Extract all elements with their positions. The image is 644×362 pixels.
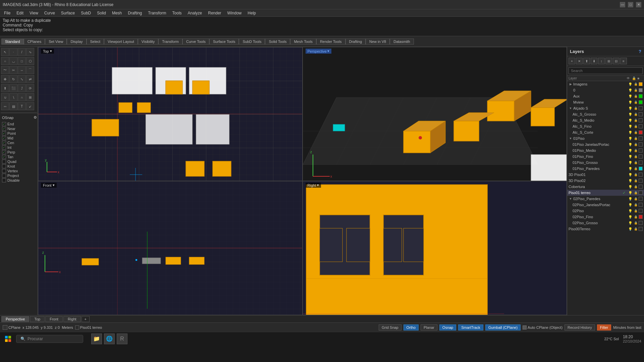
search-box[interactable]: 🔍 Procurar xyxy=(16,335,83,343)
layer-alc-s-grosso[interactable]: Alc_S_Grosso 💡 🔒 xyxy=(571,111,644,117)
layer-01piso-janelas-lock[interactable]: 🔒 xyxy=(633,142,638,147)
tab-subd-tools[interactable]: SubD Tools xyxy=(239,39,265,45)
osnap-disable[interactable]: Disable xyxy=(2,178,37,183)
tab-cplanes[interactable]: CPlanes xyxy=(24,39,45,45)
fillet-tool[interactable]: ⌒ xyxy=(26,66,34,74)
layer-01piso-icon[interactable]: ▼ xyxy=(569,136,573,140)
osnap-cen[interactable]: ✓ Cen xyxy=(2,140,37,145)
layer-02piso-lock[interactable]: 🔒 xyxy=(633,208,638,213)
osnap-knot[interactable]: Knot xyxy=(2,164,37,169)
vp-front-label[interactable]: Front ▾ xyxy=(41,183,57,188)
layer-02piso-grosso-lock[interactable]: 🔒 xyxy=(633,221,638,225)
layer-3d-piso01-vis[interactable]: 💡 xyxy=(628,172,633,177)
layer-alcado-s-color[interactable] xyxy=(639,106,643,110)
layer-imagens-color[interactable] xyxy=(639,82,643,86)
close-button[interactable]: ✕ xyxy=(636,2,641,7)
osnap-int[interactable]: ✓ Int xyxy=(2,145,37,150)
layer-piso01-terreo-color[interactable] xyxy=(639,191,643,195)
layer-more-btn[interactable]: ≡ xyxy=(620,58,627,64)
vp-perspective-label[interactable]: Perspective ▾ xyxy=(306,49,331,54)
layer-01piso-fino[interactable]: 01Piso_Fino 💡 🔒 xyxy=(571,154,644,160)
layer-alcado-s-lock[interactable]: 🔒 xyxy=(633,106,638,111)
vp-front-dropdown-icon[interactable]: ▾ xyxy=(53,183,55,187)
planar-btn[interactable]: Planar xyxy=(421,324,437,330)
layer-piso00-terreo-color[interactable] xyxy=(639,227,643,231)
layer-01piso-paredes-vis[interactable]: 💡 xyxy=(628,166,633,171)
layer-sort-btn[interactable]: ↕ xyxy=(598,58,605,64)
layer-01piso-grosso-color[interactable] xyxy=(639,161,643,165)
osnap-int-check[interactable]: ✓ xyxy=(2,145,6,149)
tab-solid-tools[interactable]: Solid Tools xyxy=(265,39,290,45)
layer-3d-piso02-lock[interactable]: 🔒 xyxy=(633,178,638,183)
layer-01piso-grosso-vis[interactable]: 💡 xyxy=(628,160,633,165)
circle-tool[interactable]: ○ xyxy=(1,57,9,65)
layer-02piso-janelas-color[interactable] xyxy=(639,203,643,207)
tab-datasmith[interactable]: Datasmith xyxy=(390,39,414,45)
osnap-near[interactable]: ✓ Near xyxy=(2,126,37,131)
layer-02piso-grosso-vis[interactable]: 💡 xyxy=(628,221,633,225)
layer-imagens[interactable]: ▶ Imagens 💡 🔒 xyxy=(567,81,644,87)
layer-0-color[interactable] xyxy=(639,88,643,92)
layer-cobertura-color[interactable] xyxy=(639,185,643,189)
layer-piso01-terreo[interactable]: Piso01 terreo ✓ 💡 🔒 xyxy=(567,190,644,196)
layer-02piso-paredes-icon[interactable]: ▼ xyxy=(569,197,573,201)
layer-alcado-s-icon[interactable]: ▼ xyxy=(569,106,573,110)
vp-tab-top[interactable]: Top xyxy=(30,316,45,322)
layer-alc-s-medio-lock[interactable]: 🔒 xyxy=(633,118,638,123)
tab-display[interactable]: Display xyxy=(67,39,86,45)
tab-new-v8[interactable]: New in V8 xyxy=(366,39,390,45)
hatch-tool[interactable]: ▤ xyxy=(9,102,17,110)
arc-tool[interactable]: ◡ xyxy=(9,57,17,65)
layer-piso01-terreo-vis[interactable]: 💡 xyxy=(628,190,633,195)
menu-solid[interactable]: Solid xyxy=(94,10,109,16)
menu-surface[interactable]: Surface xyxy=(58,10,77,16)
layer-alc-s-corte-vis[interactable]: 💡 xyxy=(628,130,633,135)
start-button[interactable] xyxy=(3,334,13,344)
osnap-cen-check[interactable]: ✓ xyxy=(2,141,6,145)
viewport-top[interactable]: x y Top ▾ xyxy=(38,47,303,181)
poly-tool[interactable]: ⬡ xyxy=(26,57,34,65)
tab-viewport-layout[interactable]: Viewport Layout xyxy=(104,39,138,45)
extend-tool[interactable]: ↔ xyxy=(18,66,26,74)
layer-02piso-color[interactable] xyxy=(639,209,643,213)
layer-02piso-janelas-lock[interactable]: 🔒 xyxy=(633,202,638,207)
mesh-tool[interactable]: ⊞ xyxy=(26,93,34,101)
layer-new-btn[interactable]: + xyxy=(569,58,575,64)
layer-alc-s-medio-vis[interactable]: 💡 xyxy=(628,118,633,123)
layer-imagens-lock[interactable]: 🔒 xyxy=(633,82,638,86)
layer-alc-s-grosso-vis[interactable]: 💡 xyxy=(628,112,633,117)
tab-surface-tools[interactable]: Surface Tools xyxy=(209,39,239,45)
osnap-near-check[interactable]: ✓ xyxy=(2,127,6,131)
layer-3d-piso01[interactable]: 3D Piso01 💡 🔒 xyxy=(567,172,644,178)
layers-help-icon[interactable]: ? xyxy=(639,49,641,54)
menu-curve[interactable]: Curve xyxy=(42,10,58,16)
layer-alc-s-fino[interactable]: Alc_S_Fino 💡 🔒 xyxy=(571,123,644,129)
cplane-indicator[interactable]: CPlane xyxy=(3,325,20,330)
gumball-btn[interactable]: Gumball (CPlane) xyxy=(485,324,521,330)
vp-tab-perspective[interactable]: Perspective xyxy=(1,316,29,322)
tab-setview[interactable]: Set View xyxy=(45,39,67,45)
osnap-perp-check[interactable]: ✓ xyxy=(2,150,6,154)
layer-piso00-terreo[interactable]: Piso00Terreo 💡 🔒 xyxy=(567,226,644,232)
menu-analyze[interactable]: Analyze xyxy=(185,10,205,16)
layer-3d-piso01-color[interactable] xyxy=(639,173,643,177)
layer-alc-s-medio[interactable]: Alc_S_Medio 💡 🔒 xyxy=(571,117,644,123)
layer-02piso-fino-lock[interactable]: 🔒 xyxy=(633,215,638,219)
osnap-settings-icon[interactable]: ⚙ xyxy=(34,115,37,120)
layer-01piso-fino-color[interactable] xyxy=(639,155,643,159)
vp-tab-right[interactable]: Right xyxy=(63,316,81,322)
vp-right-label[interactable]: Right ▾ xyxy=(306,183,321,188)
layer-01piso-paredes[interactable]: 01Piso_Paredes 💡 🔒 xyxy=(571,166,644,172)
layer-0-vis[interactable]: 💡 xyxy=(628,88,633,93)
menu-render[interactable]: Render xyxy=(205,10,224,16)
sweep-tool[interactable]: ⤴ xyxy=(18,84,26,92)
mirror-tool[interactable]: ⇌ xyxy=(26,75,34,83)
menu-help[interactable]: Help xyxy=(245,10,259,16)
layer-02piso-paredes-vis[interactable]: 💡 xyxy=(628,196,633,201)
boolean-diff[interactable]: ∖ xyxy=(9,93,17,101)
menu-window[interactable]: Window xyxy=(225,10,245,16)
osnap-quad-check[interactable] xyxy=(2,160,6,164)
layer-02piso-paredes-lock[interactable]: 🔒 xyxy=(633,196,638,201)
layer-01piso-vis[interactable]: 💡 xyxy=(628,136,633,141)
layer-3d-piso01-lock[interactable]: 🔒 xyxy=(633,172,638,177)
